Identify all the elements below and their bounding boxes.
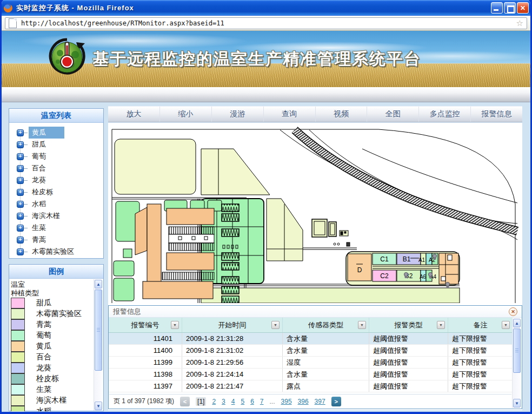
url-field[interactable]: http://localhost/greenhouse/RTMonitor.as… — [5, 17, 527, 29]
tree-item-lily[interactable]: 百合 — [9, 162, 103, 174]
query-button[interactable]: 查询 — [264, 107, 316, 122]
tree-item-rice[interactable]: 水稻 — [9, 198, 103, 210]
table-row[interactable]: 114002009-1-8 21:31:02含水量超阈值报警超下限报警 — [109, 345, 513, 357]
multipoint-monitor-button[interactable]: 多点监控 — [419, 107, 471, 122]
scrollbar-thumb[interactable] — [95, 290, 102, 371]
site-map[interactable]: D C1 B1 A1 A2 C2 B2 A6 A4 — [108, 123, 522, 303]
page-icon — [9, 18, 17, 28]
map-label-c1: C1 — [380, 255, 389, 263]
tree-item-cork-oak[interactable]: 栓皮栎 — [9, 186, 103, 198]
tree-item-melon[interactable]: 甜瓜 — [9, 139, 103, 150]
tree-item-hibiscus[interactable]: 海滨木槿 — [9, 210, 103, 222]
page-summary: 页 1 of 397 (1982 项) — [114, 397, 174, 406]
minimize-button[interactable] — [491, 2, 503, 14]
url-text[interactable]: http://localhost/greenhouse/RTMonitor.as… — [21, 19, 516, 27]
current-page: [1] — [196, 397, 206, 406]
column-header-sensor-type[interactable]: 传感器类型 — [283, 318, 369, 332]
expand-icon[interactable] — [17, 141, 24, 148]
column-header-start-time[interactable]: 开始时间 — [182, 318, 283, 332]
sort-icon[interactable] — [437, 321, 445, 329]
tree-item-lettuce[interactable]: 生菜 — [9, 222, 103, 234]
zoom-in-button[interactable]: 放大 — [108, 107, 160, 122]
expand-icon[interactable] — [17, 189, 24, 196]
column-header-remarks[interactable]: 备注 — [448, 318, 513, 332]
browser-window: 实时监控子系统 - Mozilla Firefox http://localho… — [0, 0, 532, 414]
sort-icon[interactable] — [271, 321, 280, 329]
expand-icon[interactable] — [17, 177, 24, 184]
scroll-up-icon[interactable]: ▲ — [95, 280, 102, 288]
legend-heading: 温室 种植类型 — [11, 280, 90, 298]
table-row[interactable]: 113972009-1-8 21:21:47露点超阈值报警超下限报警 — [109, 380, 513, 392]
legend-swatch — [11, 330, 25, 341]
bookmark-star-icon[interactable]: ☆ — [516, 18, 523, 28]
sensor-icon[interactable] — [445, 282, 449, 288]
page-link[interactable]: 5 — [241, 398, 244, 405]
alarm-info-button[interactable]: 报警信息 — [471, 107, 522, 122]
legend-item: 生菜 — [11, 384, 90, 395]
expand-icon[interactable] — [17, 201, 24, 208]
expand-icon[interactable] — [17, 248, 24, 255]
table-row[interactable]: 113982009-1-8 21:24:14含水量超阈值报警超下限报警 — [109, 369, 513, 380]
expand-icon[interactable] — [17, 129, 24, 136]
expand-icon[interactable] — [17, 213, 24, 220]
map-toolbar: 放大 缩小 漫游 查询 视频 全图 多点监控 报警信息 — [108, 106, 522, 122]
close-button[interactable] — [517, 2, 529, 14]
column-header-alarm-type[interactable]: 报警类型 — [369, 318, 448, 332]
system-title: 基于远程监控的温室生产精准管理系统平台 — [92, 48, 421, 70]
legend-scrollbar[interactable]: ▲ ▼ — [94, 279, 103, 411]
legend-title: 图例 — [9, 265, 103, 279]
legend-item: 木霉菌实验区 — [11, 308, 90, 319]
zoom-out-button[interactable]: 缩小 — [160, 107, 212, 122]
table-row[interactable]: 113992009-1-8 21:29:56湿度超阈值报警超下限报警 — [109, 357, 513, 369]
greenhouse-list-panel: 温室列表 黄瓜 甜瓜 葡萄 百合 龙葵 栓皮栎 水稻 海滨木槿 生菜 青蒿 木霉… — [9, 108, 104, 259]
tree-item-cucumber[interactable]: 黄瓜 — [9, 127, 103, 139]
scrollbar-thumb[interactable] — [513, 328, 521, 373]
pan-button[interactable]: 漫游 — [212, 107, 264, 122]
page-link[interactable]: 395 — [281, 398, 292, 405]
scroll-down-icon[interactable]: ▼ — [95, 402, 102, 410]
page-link[interactable]: 396 — [298, 398, 309, 405]
expand-icon[interactable] — [17, 153, 24, 160]
page-content: 温室列表 黄瓜 甜瓜 葡萄 百合 龙葵 栓皮栎 水稻 海滨木槿 生菜 青蒿 木霉… — [2, 102, 530, 412]
map-label-a6: A6 — [420, 274, 427, 280]
thermometer-logo-icon — [48, 37, 86, 77]
maximize-button[interactable] — [504, 2, 516, 14]
legend-swatch — [11, 384, 25, 395]
tree-item-trichoderma[interactable]: 木霉菌实验区 — [9, 246, 103, 258]
expand-icon[interactable] — [17, 225, 24, 232]
sort-icon[interactable] — [171, 321, 179, 329]
table-row[interactable]: 114012009-1-8 21:31:28含水量超阈值报警超下限报警 — [109, 333, 513, 345]
video-button[interactable]: 视频 — [316, 107, 368, 122]
legend-swatch — [11, 352, 25, 363]
next-page-button[interactable]: > — [331, 397, 341, 406]
banner: 基于远程监控的温室生产精准管理系统平台 — [2, 31, 530, 87]
table-scrollbar[interactable]: ▲ ▼ — [512, 318, 521, 408]
prev-page-button[interactable]: < — [180, 397, 190, 406]
legend-item: 栓皮栎 — [11, 373, 90, 384]
page-link[interactable]: 6 — [250, 398, 254, 405]
map-label-c2: C2 — [380, 272, 389, 280]
page-link[interactable]: 397 — [315, 398, 325, 405]
scroll-up-icon[interactable]: ▲ — [513, 319, 521, 327]
sort-icon[interactable] — [358, 321, 366, 329]
expand-icon[interactable] — [17, 236, 24, 244]
page-link[interactable]: 7 — [260, 398, 264, 405]
legend-swatch — [11, 298, 25, 308]
full-map-button[interactable]: 全图 — [367, 107, 419, 122]
expand-icon[interactable] — [17, 165, 24, 172]
page-link[interactable]: 2 — [212, 398, 216, 405]
title-bar: 实时监控子系统 - Mozilla Firefox — [0, 0, 532, 16]
page-link[interactable]: 4 — [231, 398, 235, 405]
tree-item-nightshade[interactable]: 龙葵 — [9, 174, 103, 186]
column-header-alarm-id[interactable]: 报警编号 — [109, 318, 182, 332]
tree-item-grape[interactable]: 葡萄 — [9, 150, 103, 162]
alarm-close-icon[interactable] — [509, 307, 517, 316]
legend-item: 海滨木槿 — [11, 395, 90, 406]
firefox-icon — [3, 3, 13, 13]
scroll-down-icon[interactable]: ▼ — [513, 399, 521, 408]
sort-icon[interactable] — [502, 321, 510, 329]
legend-panel: 图例 温室 种植类型 甜瓜 木霉菌实验区 青蒿 葡萄 黄瓜 百合 龙葵 栓皮栎 … — [9, 264, 104, 411]
tree-item-artemisia[interactable]: 青蒿 — [9, 234, 103, 246]
greenhouse-tree: 黄瓜 甜瓜 葡萄 百合 龙葵 栓皮栎 水稻 海滨木槿 生菜 青蒿 木霉菌实验区 — [9, 123, 103, 261]
page-link[interactable]: 3 — [222, 398, 225, 405]
